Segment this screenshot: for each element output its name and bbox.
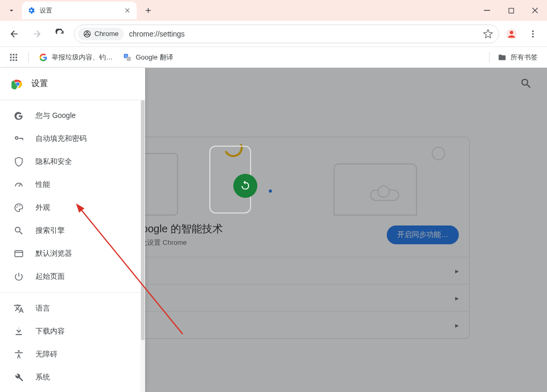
google-g-icon (14, 111, 24, 121)
url-text: chrome://settings (129, 30, 481, 38)
omnibox[interactable]: Chrome chrome://settings (74, 25, 499, 43)
sidebar-item-label: 性能 (35, 180, 50, 189)
menu-button[interactable] (524, 25, 542, 43)
svg-rect-11 (16, 54, 17, 55)
sidebar-item-label: 起始页面 (35, 272, 65, 281)
key-icon (14, 134, 24, 144)
sidebar-item-label: 外观 (35, 203, 50, 212)
window-controls (475, 0, 547, 21)
sidebar-item-label: 系统 (35, 373, 50, 382)
bookmark-label: 举报垃圾内容、钓… (52, 53, 113, 62)
sidebar-scrollbar[interactable] (140, 100, 145, 392)
browser-tab[interactable]: 设置 (22, 2, 137, 19)
gear-icon (27, 6, 35, 15)
tab-close-button[interactable] (123, 6, 132, 15)
svg-point-5 (510, 31, 513, 34)
back-button[interactable] (5, 25, 23, 43)
svg-text:文: 文 (125, 54, 127, 57)
window-close-button[interactable] (523, 0, 547, 21)
bookmark-label: Google 翻译 (136, 53, 173, 62)
svg-point-7 (532, 33, 534, 34)
new-tab-button[interactable] (141, 3, 156, 18)
speedometer-icon (14, 180, 24, 190)
svg-point-6 (532, 30, 534, 32)
sidebar-item-performance[interactable]: 性能 (0, 173, 145, 196)
chrome-icon (83, 30, 91, 38)
sidebar-item-label: 自动填充和密码 (35, 134, 87, 144)
svg-point-3 (86, 32, 89, 35)
svg-point-25 (16, 207, 17, 208)
svg-point-8 (532, 35, 534, 37)
tab-title: 设置 (40, 6, 123, 15)
bookmark-google-translate[interactable]: 文 Google 翻译 (119, 51, 177, 64)
svg-point-27 (19, 205, 20, 206)
sidebar-item-languages[interactable]: 语言 (0, 297, 145, 320)
google-g-icon (39, 53, 47, 62)
scrim-overlay[interactable] (145, 68, 547, 392)
svg-point-26 (17, 205, 18, 206)
site-chip-label: Chrome (94, 30, 118, 38)
all-bookmarks-button[interactable]: 所有书签 (494, 51, 542, 64)
site-chip[interactable]: Chrome (78, 28, 124, 40)
svg-rect-15 (10, 59, 11, 61)
forward-button[interactable] (28, 25, 46, 43)
sidebar-item-label: 无障碍 (35, 350, 57, 359)
page-content: 中畅享 Google 的智能技术 上同步并个性化设置 Chrome 开启同步功能… (0, 68, 547, 392)
apps-button[interactable] (5, 49, 22, 66)
svg-rect-16 (13, 59, 15, 61)
sidebar-item-accessibility[interactable]: 无障碍 (0, 343, 145, 366)
tabs-dropdown-button[interactable] (4, 3, 19, 18)
tab-strip: 设置 (0, 0, 547, 21)
sidebar-header: 设置 (0, 68, 145, 100)
sync-badge-icon (233, 174, 257, 198)
chrome-logo-icon (11, 78, 24, 90)
sidebar-item-label: 语言 (35, 304, 50, 313)
sidebar-item-appearance[interactable]: 外观 (0, 196, 145, 219)
download-icon (14, 326, 24, 337)
bookmarks-bar: 举报垃圾内容、钓… 文 Google 翻译 所有书签 (0, 47, 547, 68)
sidebar-item-downloads[interactable]: 下载内容 (0, 320, 145, 343)
sidebar-item-system[interactable]: 系统 (0, 366, 145, 389)
search-icon (14, 225, 24, 236)
minimize-button[interactable] (475, 0, 499, 21)
sidebar-item-search-engine[interactable]: 搜索引擎 (0, 219, 145, 242)
bookmark-star-button[interactable] (481, 27, 495, 41)
svg-rect-17 (16, 59, 17, 61)
maximize-button[interactable] (499, 0, 523, 21)
svg-rect-12 (10, 56, 11, 58)
svg-point-24 (16, 137, 17, 139)
sidebar-item-on-startup[interactable]: 起始页面 (0, 265, 145, 288)
bookmark-report-spam[interactable]: 举报垃圾内容、钓… (35, 51, 117, 64)
svg-rect-28 (15, 251, 23, 257)
language-icon (14, 303, 24, 314)
sidebar-item-privacy[interactable]: 隐私和安全 (0, 150, 145, 173)
power-icon (14, 271, 24, 282)
folder-icon (498, 53, 506, 62)
svg-rect-0 (484, 10, 490, 11)
palette-icon (14, 203, 24, 213)
reload-button[interactable] (51, 25, 69, 43)
accessibility-icon (14, 349, 24, 360)
settings-sidebar: 设置 您与 Google 自动填充和密码 隐私和安全 性能 外观 (0, 68, 145, 392)
profile-avatar-button[interactable] (504, 27, 519, 41)
sidebar-separator (0, 292, 145, 293)
shield-icon (14, 157, 24, 167)
sidebar-item-label: 默认浏览器 (35, 249, 72, 258)
sidebar-nav: 您与 Google 自动填充和密码 隐私和安全 性能 外观 搜索引擎 (0, 100, 145, 392)
sidebar-item-you-and-google[interactable]: 您与 Google (0, 104, 145, 127)
svg-rect-9 (10, 54, 11, 55)
svg-rect-13 (13, 56, 15, 58)
wrench-icon (14, 372, 24, 383)
sidebar-item-autofill[interactable]: 自动填充和密码 (0, 127, 145, 150)
translate-icon: 文 (123, 53, 132, 62)
sidebar-item-default-browser[interactable]: 默认浏览器 (0, 242, 145, 265)
sidebar-item-label: 搜索引擎 (35, 226, 65, 235)
svg-rect-14 (16, 56, 17, 58)
svg-rect-10 (13, 54, 15, 55)
sidebar-title: 设置 (31, 78, 48, 89)
separator (28, 52, 29, 63)
sidebar-item-label: 下载内容 (35, 327, 65, 336)
separator (489, 52, 490, 63)
sidebar-item-label: 您与 Google (35, 111, 76, 121)
browser-toolbar: Chrome chrome://settings (0, 21, 547, 47)
